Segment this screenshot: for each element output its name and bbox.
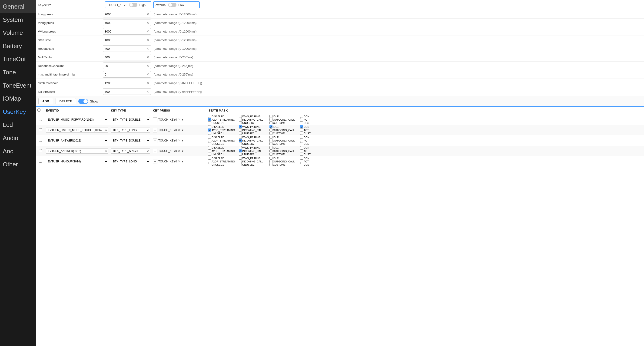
param-input-fall_threshold[interactable] bbox=[103, 90, 145, 93]
param-clear-start_time[interactable]: ✕ bbox=[145, 38, 151, 41]
row-checkbox[interactable] bbox=[39, 160, 42, 163]
state-checkbox-acti[interactable] bbox=[300, 128, 303, 131]
row-eventid-select[interactable]: EVTUSR_HANGUP(1014) bbox=[46, 159, 108, 164]
param-clear-vlong_press[interactable]: ✕ bbox=[145, 21, 151, 24]
state-checkbox-disabled[interactable] bbox=[208, 125, 211, 128]
state-checkbox-idle[interactable] bbox=[270, 115, 272, 118]
state-checkbox-unused1[interactable] bbox=[208, 153, 211, 156]
state-checkbox-acti[interactable] bbox=[300, 160, 303, 163]
state-checkbox-a2dp_streaming[interactable] bbox=[208, 118, 211, 121]
param-clear-vvlong_press[interactable]: ✕ bbox=[145, 30, 151, 33]
row-eventid-select[interactable]: EVTUSR_ANSWER(1012) bbox=[46, 148, 108, 154]
param-clear-multi_tap_int[interactable]: ✕ bbox=[145, 55, 151, 59]
state-checkbox-custom1[interactable] bbox=[270, 163, 272, 166]
state-checkbox-custom1[interactable] bbox=[270, 142, 272, 145]
state-checkbox-wws_pairing[interactable] bbox=[239, 125, 242, 128]
row-checkbox[interactable] bbox=[39, 118, 42, 121]
param-clear-climb_threshold[interactable]: ✕ bbox=[145, 81, 151, 85]
show-toggle-switch[interactable] bbox=[78, 99, 88, 104]
keypress-add-button[interactable]: + bbox=[153, 117, 158, 122]
row-keytype-select[interactable]: BTN_TYPE_SINGLE bbox=[111, 148, 150, 154]
sidebar-item-battery[interactable]: Battery bbox=[0, 39, 36, 53]
row-keytype-select[interactable]: BTN_TYPE_DOUBLE bbox=[111, 117, 150, 122]
state-checkbox-disabled[interactable] bbox=[208, 157, 211, 160]
state-checkbox-con[interactable] bbox=[300, 157, 303, 160]
state-checkbox-outgoing_call[interactable] bbox=[270, 139, 272, 142]
keypress-remove-button[interactable]: ✕ bbox=[178, 149, 180, 153]
state-checkbox-unused2[interactable] bbox=[239, 153, 242, 156]
state-checkbox-acti[interactable] bbox=[300, 139, 303, 142]
state-checkbox-a2dp_streaming[interactable] bbox=[208, 139, 211, 142]
keypress-remove-button[interactable]: ✕ bbox=[178, 139, 180, 142]
param-clear-fall_threshold[interactable]: ✕ bbox=[145, 90, 151, 93]
param-input-climb_threshold[interactable] bbox=[103, 81, 145, 85]
state-checkbox-unused2[interactable] bbox=[239, 132, 242, 135]
state-checkbox-cust[interactable] bbox=[300, 153, 303, 156]
table-container[interactable]: EVENTID KEY TYPE KEY PRESS STATE MASK EV… bbox=[36, 107, 644, 346]
state-checkbox-unused1[interactable] bbox=[208, 142, 211, 145]
sidebar-item-led[interactable]: Led bbox=[0, 118, 36, 131]
sidebar-item-other[interactable]: Other bbox=[0, 158, 36, 171]
state-checkbox-incoming_call[interactable] bbox=[239, 118, 242, 121]
keypress-dropdown-button[interactable]: ▼ bbox=[181, 129, 184, 131]
state-checkbox-unused2[interactable] bbox=[239, 121, 242, 124]
state-checkbox-outgoing_call[interactable] bbox=[270, 128, 272, 131]
state-checkbox-con[interactable] bbox=[300, 136, 303, 139]
param-input-multi_tap_int[interactable] bbox=[103, 55, 145, 59]
state-checkbox-cust[interactable] bbox=[300, 121, 303, 124]
param-clear-max_multi_tap[interactable]: ✕ bbox=[145, 73, 151, 76]
state-checkbox-incoming_call[interactable] bbox=[239, 149, 242, 152]
state-checkbox-con[interactable] bbox=[300, 146, 303, 149]
param-clear-repeat_rate[interactable]: ✕ bbox=[145, 47, 151, 50]
param-clear-debounce_check[interactable]: ✕ bbox=[145, 64, 151, 67]
param-input-repeat_rate[interactable] bbox=[103, 47, 145, 50]
state-checkbox-unused1[interactable] bbox=[208, 132, 211, 135]
sidebar-item-timeout[interactable]: TimeOut bbox=[0, 52, 36, 66]
state-checkbox-con[interactable] bbox=[300, 115, 303, 118]
state-checkbox-custom1[interactable] bbox=[270, 132, 272, 135]
keypress-add-button[interactable]: + bbox=[153, 159, 158, 164]
keypress-add-button[interactable]: + bbox=[153, 128, 158, 132]
sidebar-item-toneevent[interactable]: ToneEvent bbox=[0, 79, 36, 92]
state-checkbox-custom1[interactable] bbox=[270, 153, 272, 156]
sidebar-item-userkey[interactable]: UserKey bbox=[0, 105, 36, 118]
select-all-checkbox[interactable] bbox=[38, 108, 40, 111]
state-checkbox-custom1[interactable] bbox=[270, 121, 272, 124]
sidebar-item-audio[interactable]: Audio bbox=[0, 131, 36, 145]
param-input-debounce_check[interactable] bbox=[103, 64, 145, 68]
param-input-max_multi_tap[interactable] bbox=[103, 73, 145, 76]
state-checkbox-idle[interactable] bbox=[270, 157, 272, 160]
state-checkbox-acti[interactable] bbox=[300, 149, 303, 152]
state-checkbox-acti[interactable] bbox=[300, 118, 303, 121]
keypress-remove-button[interactable]: ✕ bbox=[178, 118, 180, 121]
keypress-add-button[interactable]: + bbox=[153, 149, 158, 153]
state-checkbox-cust[interactable] bbox=[300, 142, 303, 145]
row-eventid-select[interactable]: EVTUSR_ANSWER(1012) bbox=[46, 138, 108, 143]
sidebar-item-iomap[interactable]: IOMap bbox=[0, 92, 36, 105]
keypress-dropdown-button[interactable]: ▼ bbox=[181, 160, 184, 163]
state-checkbox-idle[interactable] bbox=[270, 136, 272, 139]
param-clear-long_press[interactable]: ✕ bbox=[145, 12, 151, 16]
keypress-dropdown-button[interactable]: ▼ bbox=[181, 139, 184, 142]
state-checkbox-unused1[interactable] bbox=[208, 121, 211, 124]
state-checkbox-outgoing_call[interactable] bbox=[270, 118, 272, 121]
state-checkbox-unused2[interactable] bbox=[239, 142, 242, 145]
param-input-long_press[interactable] bbox=[103, 12, 145, 16]
state-checkbox-outgoing_call[interactable] bbox=[270, 160, 272, 163]
row-checkbox[interactable] bbox=[39, 149, 42, 152]
state-checkbox-unused2[interactable] bbox=[239, 163, 242, 166]
state-checkbox-disabled[interactable] bbox=[208, 115, 211, 118]
state-checkbox-wws_pairing[interactable] bbox=[239, 115, 242, 118]
row-keytype-select[interactable]: BTN_TYPE_LONG bbox=[111, 128, 150, 133]
row-keytype-select[interactable]: BTN_TYPE_LONG bbox=[111, 159, 150, 164]
external-toggle[interactable] bbox=[168, 3, 176, 7]
state-checkbox-cust[interactable] bbox=[300, 132, 303, 135]
state-checkbox-incoming_call[interactable] bbox=[239, 128, 242, 131]
param-input-start_time[interactable] bbox=[103, 38, 145, 42]
row-eventid-select[interactable]: EVTUSR_LISTEN_MODE_TOGGLE(1036) bbox=[46, 128, 108, 133]
state-checkbox-a2dp_streaming[interactable] bbox=[208, 128, 211, 131]
state-checkbox-a2dp_streaming[interactable] bbox=[208, 160, 211, 163]
state-checkbox-wws_pairing[interactable] bbox=[239, 136, 242, 139]
sidebar-item-general[interactable]: General bbox=[0, 0, 36, 13]
state-checkbox-wws_pairing[interactable] bbox=[239, 157, 242, 160]
